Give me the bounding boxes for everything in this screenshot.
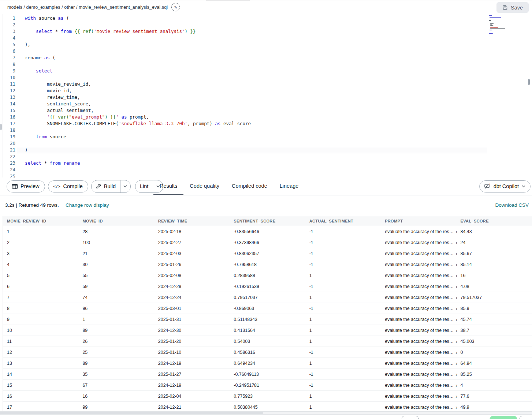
tab-results[interactable]: Results	[153, 177, 183, 195]
table-cell: evaluate the accuracy of the res…›	[381, 248, 456, 259]
minimap[interactable]	[489, 15, 514, 37]
table-row: 21002025-02-27-0.37398466-1evaluate the …	[3, 237, 532, 248]
code-line[interactable]: 13 review_time,	[3, 94, 532, 101]
table-cell: -0.83556646	[230, 226, 305, 237]
breadcrumb[interactable]: models / demo_examples / other / movie_r…	[7, 5, 168, 10]
code-line[interactable]: 3 select * from {{ ref('movie_review_sen…	[3, 28, 532, 35]
edit-pencil-icon: ✎	[174, 5, 177, 10]
table-cell: evaluate the accuracy of the res…›	[381, 226, 456, 237]
table-body: 1282025-02-18-0.83556646-1evaluate the a…	[3, 226, 532, 413]
compile-button[interactable]: </> Compile	[48, 180, 88, 192]
code-lines[interactable]: 1with source as (23 select * from {{ ref…	[3, 15, 532, 177]
build-label: Build	[104, 183, 116, 189]
table-cell: 0.50380445	[230, 402, 305, 412]
table-cell: 2025-02-04	[154, 391, 230, 401]
change-row-display-link[interactable]: Change row display	[66, 202, 109, 208]
table-cell: -0.76049113	[230, 369, 305, 379]
code-line[interactable]: 16 '{{ var("eval_prompt") }}' as prompt,	[3, 114, 532, 120]
table-cell: evaluate the accuracy of the res…›	[381, 314, 456, 325]
table-cell: -1	[305, 281, 381, 292]
table-cell: evaluate the accuracy of the res…›	[381, 402, 456, 412]
table-cell: 1	[78, 314, 154, 325]
code-line[interactable]: 11 movie_review_id,	[3, 81, 532, 87]
table-cell: -0.7958618	[230, 259, 305, 270]
lint-button[interactable]: Lint	[135, 180, 153, 192]
code-line[interactable]: 25	[3, 173, 532, 177]
tab-lineage[interactable]: Lineage	[274, 177, 305, 195]
table-cell: 5	[3, 270, 78, 281]
code-line[interactable]: 9 select	[3, 68, 532, 74]
column-header: EVAL_SCORE	[457, 216, 532, 226]
table-cell: 0.4131564	[230, 325, 305, 336]
table-cell: 16	[78, 391, 154, 401]
code-line[interactable]: 18	[3, 127, 532, 134]
code-editor[interactable]: 1with source as (23 select * from {{ ref…	[3, 15, 532, 177]
table-cell: 1	[305, 402, 381, 412]
code-line[interactable]: 24	[3, 167, 532, 173]
footer-button-partial[interactable]	[402, 416, 418, 419]
table-cell: -0.869063	[230, 303, 305, 314]
code-line[interactable]: 20	[3, 140, 532, 147]
table-cell: 59	[78, 281, 154, 292]
code-line[interactable]: 21)	[3, 147, 532, 153]
code-line[interactable]: 22	[3, 153, 532, 160]
build-button[interactable]: Build	[92, 180, 120, 192]
table-cell: 67	[78, 380, 154, 390]
code-line[interactable]: 12 movie_id,	[3, 87, 532, 94]
compile-label: Compile	[63, 183, 83, 189]
code-line[interactable]: 10	[3, 74, 532, 81]
code-line[interactable]: 7rename as (	[3, 55, 532, 61]
query-summary: 3.2s | Returned 49 rows.	[5, 202, 59, 208]
footer-green-button-partial[interactable]	[490, 416, 517, 419]
line-number: 10	[3, 74, 15, 81]
code-line[interactable]: 5),	[3, 41, 532, 48]
line-number: 8	[3, 61, 15, 68]
build-dropdown[interactable]	[120, 180, 130, 192]
table-cell: -0.83062357	[230, 248, 305, 259]
footer-button-partial[interactable]	[520, 416, 532, 419]
code-line[interactable]: 4	[3, 35, 532, 41]
copilot-label: dbt Copilot	[494, 183, 519, 189]
code-line[interactable]: 1with source as (	[3, 15, 532, 22]
editor-scrollbar-thumb[interactable]	[528, 79, 530, 85]
code-line[interactable]: 2	[3, 22, 532, 28]
dbt-copilot-button[interactable]: dbt Copilot	[479, 180, 531, 192]
save-button[interactable]: Save	[496, 2, 529, 13]
table-cell: -0.19261539	[230, 281, 305, 292]
code-line[interactable]: 8	[3, 61, 532, 68]
tab-code-quality[interactable]: Code quality	[183, 177, 226, 195]
table-cell: 0.79517037	[230, 292, 305, 303]
download-csv-link[interactable]: Download CSV	[495, 202, 529, 208]
table-cell: 2025-03-01	[154, 303, 230, 314]
line-number: 19	[3, 134, 15, 140]
table-cell: evaluate the accuracy of the res…›	[381, 259, 456, 270]
line-number: 3	[3, 28, 15, 35]
lint-label: Lint	[140, 183, 148, 189]
table-cell: 28	[78, 226, 154, 237]
table-cell: 24	[457, 237, 532, 248]
code-line[interactable]: 23select * from rename	[3, 160, 532, 167]
table-row: 1282025-02-18-0.83556646-1evaluate the a…	[3, 226, 532, 237]
code-line[interactable]: 19 from source	[3, 134, 532, 140]
table-cell: 84.43	[457, 226, 532, 237]
code-line[interactable]: 6	[3, 48, 532, 55]
floppy-disk-icon	[502, 5, 508, 10]
line-number: 22	[3, 153, 15, 160]
preview-button[interactable]: Preview	[7, 180, 45, 192]
line-number: 9	[3, 68, 15, 74]
panel-resize-handle[interactable]	[0, 124, 2, 130]
code-line[interactable]: 17 SNOWFLAKE.CORTEX.COMPLETE('snowflake-…	[3, 120, 532, 127]
table-cell: 2024-12-19	[154, 358, 230, 369]
table-cell: 1	[305, 314, 381, 325]
code-line[interactable]: 14 sentiment_score,	[3, 101, 532, 107]
code-line[interactable]: 15 actual_sentiment,	[3, 107, 532, 114]
table-cell: 2025-02-18	[154, 226, 230, 237]
results-tabs: ResultsCode qualityCompiled codeLineage	[153, 177, 305, 195]
line-number: 6	[3, 48, 15, 55]
line-number: 15	[3, 107, 15, 114]
table-cell: 2025-02-08	[154, 270, 230, 281]
table-cell: 100	[78, 237, 154, 248]
tab-compiled-code[interactable]: Compiled code	[226, 177, 274, 195]
column-header: MOVIE_REVIEW_ID	[3, 216, 78, 226]
horizontal-scrollbar-thumb[interactable]	[0, 412, 263, 414]
